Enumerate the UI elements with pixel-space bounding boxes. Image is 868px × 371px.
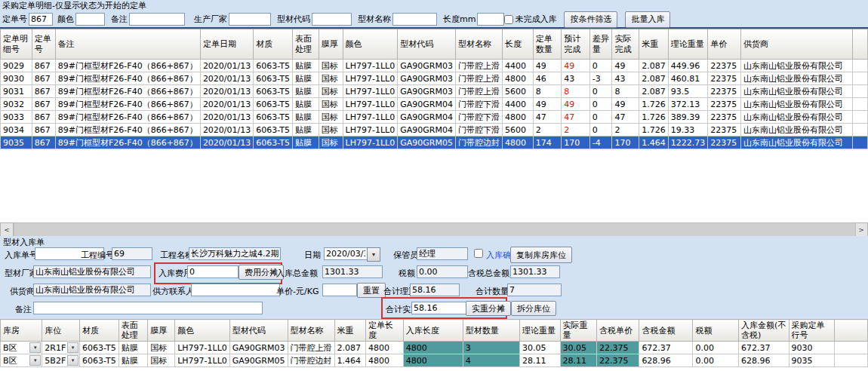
total-theory-weight-input[interactable] <box>410 284 460 296</box>
cell[interactable]: 贴膜 <box>292 98 319 111</box>
cell[interactable]: 1.726 <box>639 111 669 124</box>
cell[interactable]: 47 <box>533 111 561 124</box>
cell[interactable] <box>852 60 867 72</box>
column-header[interactable]: 差异量 <box>589 29 612 60</box>
scrollbar-thumb[interactable] <box>14 222 856 237</box>
cell[interactable]: 93.5 <box>668 85 708 98</box>
cell[interactable]: 5600 <box>502 85 533 98</box>
column-header[interactable]: 实际完成 <box>612 29 639 60</box>
cell[interactable]: 0.00 <box>693 342 738 354</box>
column-header[interactable]: 材质 <box>80 320 119 342</box>
reset-button[interactable]: 重置 <box>357 283 386 298</box>
cell[interactable]: 672.37 <box>639 342 693 354</box>
cell[interactable]: 4800 <box>366 354 404 367</box>
cell[interactable]: 门带腔上滑 <box>288 342 334 354</box>
scroll-right-icon[interactable]: > <box>854 222 868 237</box>
cell[interactable]: 9032 <box>1 98 32 111</box>
cell[interactable]: 4800 <box>403 342 463 354</box>
cell[interactable]: 89#门框型材F26-F40（866+867） <box>55 85 200 98</box>
column-header[interactable]: 颜色 <box>343 29 398 60</box>
factory-input[interactable] <box>33 265 151 278</box>
calendar-dropdown-icon[interactable]: ▼ <box>367 247 380 262</box>
cell[interactable]: 1222.73 <box>668 136 708 149</box>
column-header[interactable]: 膜厚 <box>319 29 343 60</box>
cell[interactable]: 1.726 <box>639 98 669 111</box>
cell[interactable]: 6063-T5 <box>254 60 293 72</box>
cell[interactable]: LH797-1LL0 <box>343 136 398 149</box>
split-location-button[interactable]: 拆分库位 <box>511 301 556 316</box>
cell[interactable]: 国标 <box>319 111 343 124</box>
cell[interactable]: 19.33 <box>668 124 708 136</box>
cell[interactable]: 门带腔边封 <box>455 136 502 149</box>
cell[interactable]: 贴膜 <box>119 354 148 367</box>
column-header[interactable]: 入库长度 <box>403 320 463 342</box>
cell[interactable]: 2020/01/13 <box>200 72 253 85</box>
cell[interactable]: B区▾ <box>1 354 42 367</box>
cell[interactable]: GA90GRM05 <box>229 354 288 367</box>
total-with-tax-input[interactable] <box>510 265 560 278</box>
remark-filter-input[interactable] <box>129 13 185 26</box>
column-header[interactable]: 颜色 <box>175 320 230 342</box>
cell[interactable] <box>852 111 867 124</box>
cell[interactable]: 9035 <box>789 354 834 367</box>
cell[interactable]: 89#门框型材F26-F40（866+867） <box>55 72 200 85</box>
cell[interactable]: 89#门框型材F26-F40（866+867） <box>55 98 200 111</box>
cell[interactable]: 6063-T5 <box>254 98 293 111</box>
cell[interactable]: 867 <box>32 85 55 98</box>
cell[interactable]: 49 <box>562 98 589 111</box>
inbound-confirm-checkbox[interactable] <box>474 249 483 258</box>
column-header[interactable]: 定单明细号 <box>1 29 32 60</box>
cell[interactable]: 49 <box>612 60 639 72</box>
cell[interactable]: 4 <box>463 354 519 367</box>
tax-input[interactable] <box>417 265 468 278</box>
cell[interactable]: 170 <box>612 136 639 149</box>
cell[interactable]: 4800 <box>502 72 533 85</box>
cell[interactable]: 山东南山铝业股份有限公司 <box>740 98 852 111</box>
cell[interactable]: 贴膜 <box>292 85 319 98</box>
cell[interactable]: 4800 <box>502 111 533 124</box>
table-row[interactable]: B区▾2R1F▾6063-T5贴膜国标LH797-1LL0GA90GRM03门带… <box>1 342 868 354</box>
cell[interactable]: 国标 <box>319 60 343 72</box>
cell[interactable]: 9034 <box>1 124 32 136</box>
cell[interactable]: 89#门框型材F26-F40（866+867） <box>55 111 200 124</box>
cell[interactable]: 5B2F▾ <box>42 354 80 367</box>
column-header[interactable]: 型材数量 <box>463 320 519 342</box>
cell[interactable]: 2R1F▾ <box>42 342 80 354</box>
scrollbar-track[interactable] <box>14 222 854 235</box>
cell[interactable]: 2 <box>533 124 561 136</box>
cell[interactable]: 8 <box>562 85 589 98</box>
cell[interactable]: GA90GRM03 <box>398 72 456 85</box>
cell[interactable]: 门带腔上滑 <box>455 60 502 72</box>
cell[interactable]: 国标 <box>319 136 343 149</box>
cell[interactable]: 22.375 <box>597 354 639 367</box>
cell[interactable]: 47 <box>612 111 639 124</box>
cell[interactable]: GA90GRM03 <box>398 85 456 98</box>
horizontal-scrollbar[interactable]: < > <box>0 222 868 236</box>
cell[interactable]: 2020/01/13 <box>200 136 253 149</box>
cell[interactable]: 国标 <box>319 85 343 98</box>
cell[interactable]: 0 <box>589 98 612 111</box>
cell[interactable]: 贴膜 <box>119 342 148 354</box>
cell[interactable]: 30.05 <box>519 342 560 354</box>
cell[interactable] <box>852 136 867 149</box>
cell[interactable]: 867 <box>32 111 55 124</box>
cell[interactable]: 389.39 <box>668 111 708 124</box>
column-header[interactable]: 入库金额(不含税) <box>738 320 789 342</box>
manufacturer-filter-input[interactable] <box>229 13 271 26</box>
combo-dropdown-icon[interactable]: ▾ <box>67 355 78 366</box>
cell[interactable]: 国标 <box>148 354 175 367</box>
table-row[interactable]: B区▾5B2F▾6063-T5贴膜国标LH797-1LL0GA90GRM05门带… <box>1 354 868 367</box>
cell[interactable]: 门带腔下滑 <box>455 111 502 124</box>
color-filter-input[interactable] <box>75 13 105 26</box>
cell[interactable]: 22375 <box>708 98 741 111</box>
cell[interactable]: 6063-T5 <box>254 72 293 85</box>
actual-weight-allocate-button[interactable]: 实重分摊 <box>466 301 511 316</box>
cell[interactable]: 628.96 <box>738 354 789 367</box>
cell[interactable]: 6063-T5 <box>80 354 119 367</box>
cell[interactable]: 4800 <box>366 342 404 354</box>
cell[interactable]: 山东南山铝业股份有限公司 <box>740 124 852 136</box>
cell[interactable]: 2.087 <box>639 72 669 85</box>
column-header[interactable]: 米重 <box>639 29 669 60</box>
cell[interactable]: 22.375 <box>597 342 639 354</box>
cell[interactable]: 867 <box>32 98 55 111</box>
